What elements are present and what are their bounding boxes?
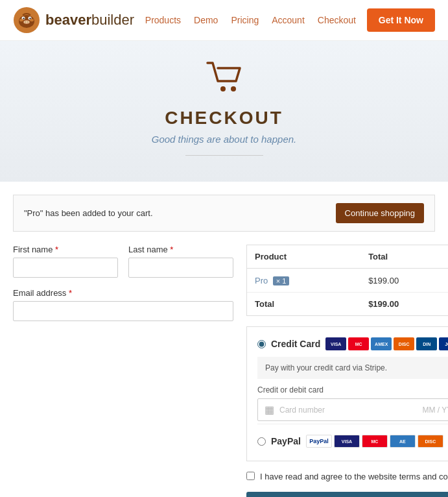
svg-rect-9 bbox=[27, 21, 28, 23]
total-value: $199.00 bbox=[360, 293, 448, 316]
diners-icon: DIN bbox=[416, 337, 437, 350]
email-group: Email address * bbox=[13, 288, 233, 321]
nav-checkout[interactable]: Checkout bbox=[318, 15, 356, 25]
first-name-label: First name * bbox=[13, 245, 118, 254]
hero-divider bbox=[185, 155, 263, 156]
paypal-method: PayPal PayPal VISA MC AE DISC What is Pa… bbox=[257, 424, 448, 450]
terms-section: I have read and agree to the website ter… bbox=[246, 472, 448, 481]
order-summary: Product Total Pro × 1 $199.00 ✕ bbox=[246, 245, 448, 316]
credit-card-radio[interactable] bbox=[257, 340, 266, 348]
last-name-group: Last name * bbox=[128, 245, 233, 278]
nav-demo[interactable]: Demo bbox=[194, 15, 218, 25]
name-row: First name * Last name * bbox=[13, 245, 233, 278]
svg-rect-7 bbox=[24, 21, 29, 23]
sign-up-now-button[interactable]: Sign Up Now bbox=[246, 492, 448, 497]
credit-card-label[interactable]: Credit Card bbox=[271, 339, 320, 349]
logo-text: beaverbuilder bbox=[45, 12, 134, 29]
order-table: Product Total Pro × 1 $199.00 ✕ bbox=[247, 245, 448, 315]
product-price: $199.00 bbox=[360, 269, 448, 293]
pp-ae-icon: AE bbox=[390, 435, 416, 448]
terms-check-row: I have read and agree to the website ter… bbox=[246, 472, 448, 481]
notice-bar: "Pro" has been added to your cart. Conti… bbox=[13, 195, 435, 232]
nav-products[interactable]: Products bbox=[145, 15, 181, 25]
last-name-label: Last name * bbox=[128, 245, 233, 254]
total-row: Total $199.00 bbox=[247, 293, 448, 316]
qty-badge: × 1 bbox=[273, 276, 290, 285]
email-label: Email address * bbox=[13, 288, 233, 298]
visa-icon: VISA bbox=[325, 337, 346, 350]
paypal-label[interactable]: PayPal bbox=[271, 436, 301, 446]
get-it-now-button[interactable]: Get It Now bbox=[367, 8, 435, 32]
svg-point-13 bbox=[231, 86, 236, 91]
nav: Products Demo Pricing Account Checkout bbox=[145, 15, 356, 25]
checkout-layout: First name * Last name * Email address * bbox=[13, 245, 435, 497]
svg-point-10 bbox=[19, 19, 23, 21]
amex-icon: AMEX bbox=[371, 337, 392, 350]
pp-mc-icon: MC bbox=[362, 435, 388, 448]
pp-disc-icon: DISC bbox=[418, 435, 443, 448]
header: beaverbuilder Products Demo Pricing Acco… bbox=[0, 0, 448, 41]
col-product: Product bbox=[247, 245, 360, 269]
terms-checkbox[interactable] bbox=[246, 472, 255, 480]
card-chip-icon: ▦ bbox=[265, 404, 274, 416]
logo[interactable]: beaverbuilder bbox=[13, 6, 134, 34]
hero-subtitle: Good things are about to happen. bbox=[13, 134, 435, 145]
hero-section: CHECKOUT Good things are about to happen… bbox=[0, 41, 448, 182]
product-name: Pro bbox=[255, 276, 268, 285]
payment-section: Credit Card VISA MC AMEX DISC DIN JCB Pa… bbox=[246, 326, 448, 461]
logo-icon bbox=[13, 6, 40, 34]
paypal-icons: PayPal VISA MC AE DISC bbox=[306, 435, 443, 448]
email-input[interactable] bbox=[13, 301, 233, 321]
billing-form: First name * Last name * Email address * bbox=[13, 245, 233, 332]
stripe-notice: Pay with your credit card via Stripe. bbox=[257, 357, 448, 379]
mastercard-icon: MC bbox=[348, 337, 369, 350]
card-input-row[interactable]: ▦ Card number MM / YY CVC bbox=[257, 398, 448, 421]
col-total: Total bbox=[360, 245, 448, 269]
svg-rect-8 bbox=[25, 21, 26, 23]
svg-point-12 bbox=[220, 86, 226, 91]
terms-label[interactable]: I have read and agree to the website ter… bbox=[260, 472, 448, 481]
last-name-input[interactable] bbox=[128, 258, 233, 278]
first-name-input[interactable] bbox=[13, 258, 118, 278]
card-expiry-placeholder: MM / YY CVC bbox=[422, 406, 448, 415]
first-name-group: First name * bbox=[13, 245, 118, 278]
page-title: CHECKOUT bbox=[13, 108, 435, 128]
total-label: Total bbox=[247, 293, 360, 316]
credit-card-method: Credit Card VISA MC AMEX DISC DIN JCB bbox=[257, 337, 448, 350]
continue-shopping-button[interactable]: Continue shopping bbox=[336, 203, 424, 223]
notice-text: "Pro" has been added to your cart. bbox=[24, 208, 153, 218]
pp-visa-icon: VISA bbox=[334, 435, 360, 448]
nav-account[interactable]: Account bbox=[272, 15, 305, 25]
paypal-radio[interactable] bbox=[257, 437, 266, 446]
svg-point-4 bbox=[23, 18, 24, 19]
paypal-logo-icon: PayPal bbox=[306, 435, 332, 448]
discover-icon: DISC bbox=[394, 337, 414, 350]
svg-point-11 bbox=[30, 19, 34, 21]
main-content: "Pro" has been added to your cart. Conti… bbox=[0, 182, 448, 497]
card-number-placeholder: Card number bbox=[279, 406, 417, 415]
nav-pricing[interactable]: Pricing bbox=[231, 15, 259, 25]
jcb-icon: JCB bbox=[439, 337, 448, 350]
order-item-row: Pro × 1 $199.00 ✕ bbox=[247, 269, 448, 293]
card-icons: VISA MC AMEX DISC DIN JCB bbox=[325, 337, 448, 350]
cart-icon bbox=[13, 60, 435, 101]
card-field-label: Credit or debit card bbox=[257, 385, 448, 394]
order-col: Product Total Pro × 1 $199.00 ✕ bbox=[246, 245, 448, 497]
